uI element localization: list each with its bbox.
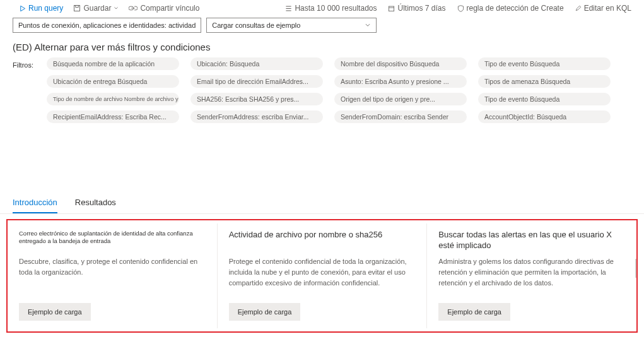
chevron-down-icon	[365, 22, 371, 28]
filter-pill[interactable]: Tipo de evento Búsqueda	[478, 93, 611, 105]
calendar-icon	[388, 5, 395, 12]
filter-pill[interactable]: AccountObjectId: Búsqueda	[478, 110, 611, 123]
card-description: Protege el contenido confidencial de tod…	[229, 256, 416, 298]
example-card: Buscar todas las alertas en las que el u…	[426, 223, 636, 328]
shield-icon	[457, 5, 464, 12]
play-icon	[19, 5, 26, 12]
load-example-button[interactable]: Ejemplo de carga	[229, 303, 301, 321]
filter-pill[interactable]: Nombre del dispositivo Búsqueda	[334, 57, 467, 70]
pencil-icon	[575, 5, 582, 11]
filter-pill[interactable]: Tipo de nombre de archivo Nombre de arch…	[47, 93, 179, 105]
toolbar-right: Hasta 10 000 resultados Últimos 7 días r…	[285, 4, 631, 13]
filter-pill[interactable]: RecipientEmailAddress: Escriba Rec...	[47, 110, 179, 123]
filter-pill[interactable]: Ubicación: Búsqueda	[190, 57, 323, 70]
example-card: Actividad de archivo por nombre o sha256…	[217, 223, 427, 328]
tab-introduction[interactable]: Introducción	[13, 198, 57, 213]
selectors-row: Puntos de conexión, aplicaciones e ident…	[0, 15, 644, 38]
card-title: Actividad de archivo por nombre o sha256	[229, 230, 416, 247]
results-limit-button[interactable]: Hasta 10 000 resultados	[285, 4, 377, 13]
card-description: Descubre, clasifica, y protege el conten…	[19, 256, 206, 298]
filter-pill[interactable]: Tipos de amenaza Búsqueda	[478, 75, 611, 88]
share-label: Compartir vínculo	[140, 4, 199, 13]
filter-pill[interactable]: Email tipo de dirección EmailAddres...	[190, 75, 323, 88]
results-limit-label: Hasta 10 000 resultados	[295, 4, 377, 13]
toolbar: Run query Guardar Compartir vínculo Hast…	[0, 0, 644, 15]
example-card: Correo electrónico de suplantación de id…	[8, 223, 217, 328]
chevron-down-icon	[114, 6, 119, 11]
run-query-label: Run query	[28, 4, 63, 13]
load-example-button[interactable]: Ejemplo de carga	[19, 303, 91, 321]
card-title: Correo electrónico de suplantación de id…	[19, 230, 206, 247]
run-query-button[interactable]: Run query	[19, 4, 63, 13]
scope-select[interactable]: Puntos de conexión, aplicaciones e ident…	[13, 18, 201, 33]
time-range-label: Últimos 7 días	[397, 4, 445, 13]
time-range-button[interactable]: Últimos 7 días	[388, 4, 445, 13]
card-title: Buscar todas las alertas en las que el u…	[438, 230, 625, 247]
detection-rule-label: regla de detección de Create	[467, 4, 564, 13]
scope-select-label: Puntos de conexión, aplicaciones e ident…	[18, 21, 196, 29]
list-icon	[285, 5, 292, 12]
svg-rect-0	[74, 6, 80, 11]
save-button[interactable]: Guardar	[73, 4, 119, 13]
load-example-button[interactable]: Ejemplo de carga	[438, 303, 510, 321]
save-icon	[73, 4, 81, 12]
svg-rect-2	[389, 6, 394, 11]
filter-pill[interactable]: SenderFromDomain: escriba Sender	[334, 110, 467, 123]
filters-region: Filtros: Búsqueda nombre de la aplicació…	[0, 57, 644, 123]
filters-section-title: (ED) Alternar para ver más filtros y con…	[0, 38, 644, 57]
share-button[interactable]: Compartir vínculo	[129, 4, 199, 13]
examples-select[interactable]: Cargar consultas de ejemplo	[206, 18, 377, 33]
svg-rect-1	[76, 6, 79, 8]
filters-label: Filtros:	[13, 57, 39, 123]
filter-pill[interactable]: SHA256: Escriba SHA256 y pres...	[190, 93, 323, 105]
divider	[635, 259, 636, 278]
toolbar-left: Run query Guardar Compartir vínculo	[19, 4, 199, 13]
filter-pill[interactable]: Tipo de evento Búsqueda	[478, 57, 611, 70]
filter-pill[interactable]: Ubicación de entrega Búsqueda	[47, 75, 179, 88]
edit-kql-label: Editar en KQL	[584, 4, 631, 13]
link-icon	[129, 5, 138, 11]
tabs: Introducción Resultados	[0, 193, 644, 214]
filter-pill[interactable]: Asunto: Escriba Asunto y presione ...	[334, 75, 467, 88]
example-cards-region: Correo electrónico de suplantación de id…	[6, 219, 638, 333]
filter-pill[interactable]: SenderFromAddress: escriba Enviar...	[190, 110, 323, 123]
filter-pill[interactable]: Origen del tipo de origen y pre...	[334, 93, 467, 105]
filters-grid: Búsqueda nombre de la aplicación Ubicaci…	[47, 57, 611, 123]
examples-select-label: Cargar consultas de ejemplo	[212, 21, 300, 29]
edit-kql-button[interactable]: Editar en KQL	[575, 4, 631, 13]
save-label: Guardar	[83, 4, 111, 13]
filter-pill[interactable]: Búsqueda nombre de la aplicación	[47, 57, 179, 70]
card-description: Administra y golems los datos configuran…	[438, 256, 625, 298]
tab-results[interactable]: Resultados	[75, 198, 116, 213]
detection-rule-button[interactable]: regla de detección de Create	[457, 4, 564, 13]
